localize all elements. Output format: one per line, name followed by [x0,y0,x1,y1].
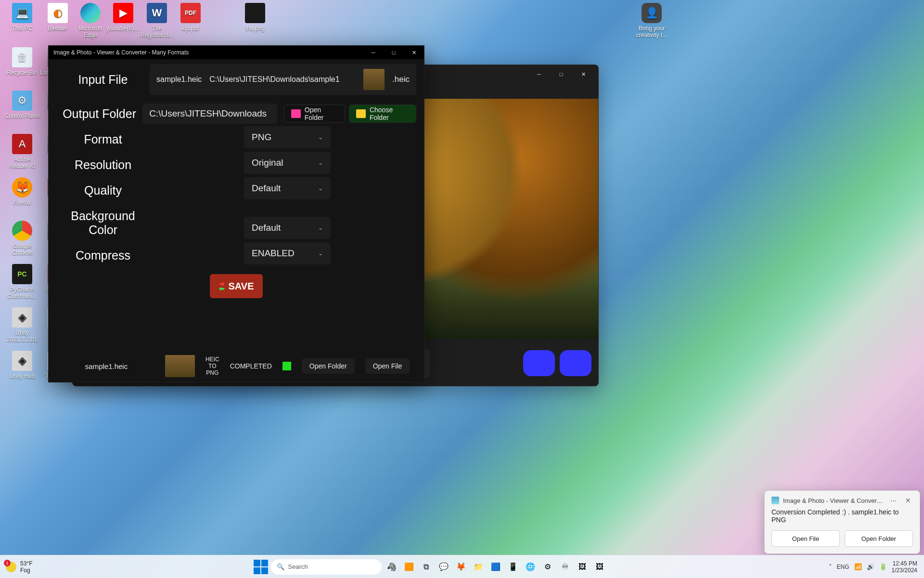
bgcolor-value: Default [252,223,281,233]
chevron-down-icon: ⌄ [318,159,323,166]
converter-close-button[interactable]: ✕ [404,46,424,59]
tray-chevron-icon[interactable]: ˄ [829,563,832,570]
desktop-icon-word[interactable]: WThe Registrar.d... [139,3,175,39]
desktop-icon-this-pc[interactable]: 💻This PC [4,3,40,32]
desktop-icon-adobe-reader[interactable]: AAdobe Reader XI [4,134,40,170]
open-folder-button[interactable]: Open Folder [284,105,345,123]
choose-folder-button[interactable]: Choose Folder [349,105,416,123]
save-button[interactable]: ➜⬅ SAVE [210,274,263,298]
swap-icon: ➜⬅ [219,281,225,291]
toast-close-button[interactable]: ✕ [903,497,913,504]
clock-time: 12:45 PM [892,560,917,567]
output-folder-row: Output Folder C:\Users\JITESH\Downloads … [56,104,416,124]
folder-icon [291,109,301,118]
input-file-path: C:\Users\JITESH\Downloads\sample1 [209,75,356,84]
toast-more-button[interactable]: ⋯ [887,497,899,504]
save-label: SAVE [229,281,254,292]
viewer-maximize-button[interactable]: □ [550,67,572,81]
taskbar-app-phone[interactable]: 📱 [506,560,520,574]
desktop-icon-bring-creativity[interactable]: 👤Bring your creativity t... [633,3,670,39]
desktop-icon-unity[interactable]: ◈Unity 2021.3.11f1 [4,307,40,343]
folder-icon [356,109,366,118]
tray-wifi-icon[interactable]: 📶 [854,563,862,570]
taskbar-app-settings[interactable]: ⚙ [540,560,555,574]
toast-app-name: Image & Photo - Viewer & Converter - M..… [783,497,884,504]
chevron-down-icon: ⌄ [318,224,323,231]
resolution-dropdown[interactable]: Original⌄ [244,152,331,174]
taskbar-app-explorer[interactable]: 📁 [471,560,486,574]
viewer-tool-action1[interactable] [523,350,555,376]
compress-dropdown[interactable]: ENABLED⌄ [244,242,331,264]
input-file-thumbnail [363,69,385,90]
desktop-icon-unity-hub[interactable]: ◈Unity Hub [4,351,40,380]
desktop-icon-youtube[interactable]: ▶youtube(6).... [105,3,141,32]
taskbar-task-view[interactable]: ⧉ [419,560,434,574]
weather-condition: Fog [20,567,32,574]
taskbar-app-converter[interactable]: 🖼 [575,560,590,574]
chevron-down-icon: ⌄ [318,185,323,192]
taskbar-app-1[interactable]: 🦓 [385,560,399,574]
compress-value: ENABLED [252,248,295,259]
desktop-icon-pycharm[interactable]: PCPyCharm Communi... [4,264,40,300]
converter-window[interactable]: Image & Photo - Viewer & Converter - Man… [48,45,424,382]
quality-dropdown[interactable]: Default⌄ [244,177,331,199]
desktop-icon-control-panel[interactable]: ⚙Control Panel [4,91,40,119]
taskbar-app-photos[interactable]: 🖼 [592,560,607,574]
job-conversion-label: HEIC TO PNG [205,356,219,376]
desktop-icon-recycle-bin[interactable]: 🗑Recycle Bin [4,47,40,76]
bgcolor-label: Background Color [56,209,150,237]
notification-toast[interactable]: Image & Photo - Viewer & Converter - M..… [764,490,920,554]
compress-label: Compress [56,249,150,263]
toast-message: Conversion Completed :) . sample1.heic t… [771,508,913,524]
quality-value: Default [252,183,281,194]
converter-minimize-button[interactable]: ─ [363,46,384,59]
desktop-icon-firefox[interactable]: 🦊Firefox [4,177,40,206]
tray-battery-icon[interactable]: 🔋 [879,563,887,570]
taskbar-app-2[interactable]: 🟧 [402,560,416,574]
format-dropdown[interactable]: PNG⌄ [244,126,331,148]
converter-maximize-button[interactable]: □ [384,46,404,59]
clock-date: 1/23/2024 [892,567,917,574]
chevron-down-icon: ⌄ [318,134,323,141]
chevron-down-icon: ⌄ [318,250,323,257]
taskbar-app-edge[interactable]: 🌐 [523,560,538,574]
quality-label: Quality [56,184,150,197]
desktop-icon-pdf[interactable]: PDFklp.pdf [172,3,209,32]
input-file-box[interactable]: sample1.heic C:\Users\JITESH\Downloads\s… [150,64,416,95]
viewer-close-button[interactable]: ✕ [572,67,594,81]
output-folder-path: C:\Users\JITESH\Downloads [142,104,277,124]
toast-open-folder-button[interactable]: Open Folder [845,530,913,547]
taskbar-app-vs[interactable]: ♾ [558,560,572,574]
job-row: sample1.heic HEIC TO PNG COMPLETED Open … [49,355,424,377]
job-open-folder-button[interactable]: Open Folder [302,358,355,374]
input-file-label: Input File [56,73,150,87]
tray-volume-icon[interactable]: 🔊 [867,563,874,570]
desktop-icon-thu[interactable]: thu.png [237,3,273,32]
taskbar-app-firefox[interactable]: 🦊 [454,560,468,574]
desktop-icon-chrome[interactable]: Google Chrome [4,221,40,256]
desktop-icon-edge[interactable]: Microsoft Edge [72,3,109,39]
format-label: Format [56,132,150,146]
taskbar-app-chat[interactable]: 💬 [436,560,451,574]
taskbar-weather[interactable]: 1 53°F Fog [0,560,38,574]
weather-temp: 53°F [20,560,32,567]
taskbar[interactable]: 1 53°F Fog 🔍 Search 🦓 🟧 ⧉ 💬 🦊 📁 🟦 📱 🌐 ⚙ … [0,555,924,578]
input-file-row: Input File sample1.heic C:\Users\JITESH\… [56,64,416,95]
desktop-icon-blender[interactable]: ◐Blender [39,3,76,32]
converter-titlebar[interactable]: Image & Photo - Viewer & Converter - Man… [49,46,424,59]
input-file-ext: .heic [392,75,410,84]
bgcolor-dropdown[interactable]: Default⌄ [244,217,331,239]
resolution-value: Original [252,158,283,168]
input-file-name: sample1.heic [156,75,202,84]
viewer-minimize-button[interactable]: ─ [528,67,550,81]
start-button[interactable] [254,560,268,574]
job-open-file-button[interactable]: Open File [365,358,410,374]
tray-language[interactable]: ENG [837,564,849,570]
viewer-tool-action2[interactable] [560,350,591,376]
taskbar-app-store[interactable]: 🟦 [488,560,503,574]
taskbar-clock[interactable]: 12:45 PM 1/23/2024 [892,560,917,574]
toast-open-file-button[interactable]: Open File [771,530,840,547]
weather-icon: 1 [6,562,16,572]
open-folder-label: Open Folder [305,106,338,121]
taskbar-search[interactable]: 🔍 Search [271,559,382,575]
